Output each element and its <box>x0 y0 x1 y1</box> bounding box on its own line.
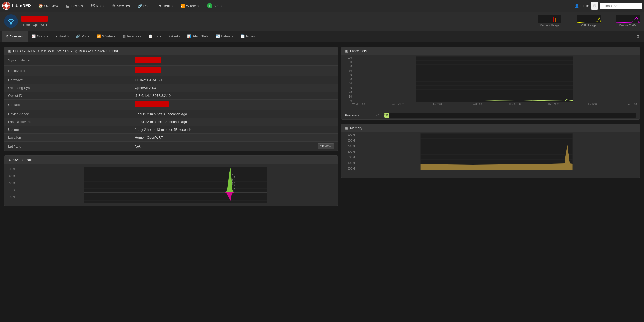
system-info-table: System Name Resolved IP Hardware GL.iNet… <box>4 55 338 151</box>
y-label: -10 M <box>5 196 15 199</box>
overall-traffic-card: ▲ Overall Traffic 30 M 20 M 10 M 0 -10 M <box>4 155 338 206</box>
top-navigation: LibreNMS 🏠 Overview ▦ Devices 🗺 Maps ⚙ S… <box>0 0 644 12</box>
memory-card: ▦ Memory 900 M 800 M 700 M 600 M 500 M 4… <box>341 124 640 178</box>
tab-graphs[interactable]: 📈 Graphs <box>28 31 52 42</box>
field-label: System Name <box>4 55 131 66</box>
tab-inventory[interactable]: ▦ Inventory <box>119 31 145 42</box>
nav-item-ports[interactable]: 🔗 Ports <box>134 0 155 12</box>
map-icon: 🗺 <box>320 144 324 148</box>
tab-logs[interactable]: 📋 Logs <box>145 31 165 42</box>
memory-chart-area: 900 M 800 M 700 M 600 M 500 M 400 M 300 … <box>341 132 640 178</box>
svg-text:NETWORK: NETWORK <box>231 174 234 185</box>
cpu-sparkline <box>577 15 601 23</box>
y-label: 10 M <box>5 182 15 185</box>
tab-ports[interactable]: 🔗 Ports <box>72 31 93 42</box>
tab-alert-stats[interactable]: 📊 Alert Stats <box>184 31 212 42</box>
main-content: ▣ Linux GL-MT6000 6.6.36 #0 SMP Thu Aug … <box>0 42 644 322</box>
processor-bar-fill: 2% <box>384 113 389 118</box>
field-label: Resolved IP <box>4 66 131 76</box>
nav-item-devices[interactable]: ▦ Devices <box>63 0 87 12</box>
admin-menu[interactable]: 👤 admin <box>575 4 589 8</box>
logo-link[interactable]: LibreNMS <box>2 2 32 10</box>
logo-text: LibreNMS <box>12 3 32 8</box>
device-name-badge <box>21 16 48 22</box>
field-label: Contact <box>4 100 131 110</box>
field-value: GL.iNet GL-MT6000 <box>131 76 338 84</box>
monitor-icon: ▣ <box>8 49 11 53</box>
field-label: Last Discovered <box>4 118 131 126</box>
table-row: Operating System OpenWrt 24.0 <box>4 84 338 92</box>
user-icon: 👤 <box>575 4 579 8</box>
field-label: Operating System <box>4 84 131 92</box>
proc-y-labels: 100 90 80 70 60 50 40 30 20 10 0 <box>344 56 352 102</box>
memory-usage-mini-graph: Memory Usage <box>538 15 561 27</box>
inventory-tab-icon: ▦ <box>123 34 126 38</box>
svg-rect-10 <box>616 15 640 23</box>
field-label: Object ID <box>4 92 131 100</box>
view-map-button[interactable]: 🗺 View <box>318 143 334 149</box>
right-panel: ▣ Processors 100 90 80 70 60 50 40 30 20 <box>341 47 640 318</box>
nav-item-services[interactable]: ⚙ Services <box>108 0 134 12</box>
tab-health[interactable]: ♥ Health <box>52 31 72 42</box>
alerts-badge: 1 <box>207 3 212 8</box>
traffic-card-header: ▲ Overall Traffic <box>4 156 338 164</box>
device-subtitle: Home - OpenWRT <box>21 23 48 27</box>
proc-x-labels: Wed 18:00 Wed 21:00 Thu 00:00 Thu 03:00 … <box>352 102 637 106</box>
svg-rect-8 <box>555 18 556 22</box>
y-label: 20 M <box>5 175 15 178</box>
device-header-graphs: Memory Usage CPU Usage Device Traffic <box>538 15 640 27</box>
sub-nav-right: ⚙ <box>634 33 642 40</box>
logo-icon <box>2 2 10 10</box>
ports-tab-icon: 🔗 <box>76 34 80 38</box>
table-row: Object ID .1.3.6.1.4.1.8072.3.2.10 <box>4 92 338 100</box>
field-label: Device Added <box>4 110 131 118</box>
memory-card-header: ▦ Memory <box>341 124 640 132</box>
field-value: N/A 🗺 View <box>131 142 338 151</box>
table-row: System Name <box>4 55 338 66</box>
sub-nav-settings-button[interactable]: ⚙ <box>634 33 642 40</box>
table-row: Lat / Lng N/A 🗺 View <box>4 142 338 151</box>
nav-item-health[interactable]: ♥ Health <box>156 0 176 12</box>
svg-rect-23 <box>416 56 573 102</box>
processor-graph-container: 100 90 80 70 60 50 40 30 20 10 0 <box>344 56 637 109</box>
memory-graph-container: 900 M 800 M 700 M 600 M 500 M 400 M 300 … <box>344 133 637 175</box>
wireless-tab-icon: 📶 <box>97 34 101 38</box>
mem-y-labels: 900 M 800 M 700 M 600 M 500 M 400 M 300 … <box>344 133 355 170</box>
svg-point-5 <box>11 24 12 24</box>
system-info-card-header: ▣ Linux GL-MT6000 6.6.36 #0 SMP Thu Aug … <box>4 47 338 55</box>
nav-item-maps[interactable]: 🗺 Maps <box>87 0 108 12</box>
traffic-chart-svg: NETWORK TOTAL_TRAFFIC <box>15 167 336 203</box>
device-header: Home - OpenWRT Memory Usage CPU Usage De… <box>0 12 644 31</box>
memory-sparkline <box>538 15 561 23</box>
table-row: Uptime 1 day 2 hours 13 minutes 53 secon… <box>4 126 338 134</box>
traffic-sparkline <box>616 15 640 23</box>
tab-notes[interactable]: 📄 Notes <box>237 31 259 42</box>
system-info-card-body: System Name Resolved IP Hardware GL.iNet… <box>4 55 338 151</box>
svg-rect-6 <box>538 15 561 23</box>
table-row: Last Discovered 1 hour 32 minutes 10 sec… <box>4 118 338 126</box>
nav-item-alerts[interactable]: 1 Alerts <box>203 0 226 12</box>
svg-rect-7 <box>553 17 554 22</box>
overview-tab-icon: ⊙ <box>6 34 9 38</box>
cpu-icon: ▣ <box>345 49 348 53</box>
processor-chart-svg <box>352 56 637 102</box>
nav-item-overview[interactable]: 🏠 Overview <box>35 0 62 12</box>
left-panel: ▣ Linux GL-MT6000 6.6.36 #0 SMP Thu Aug … <box>4 47 341 318</box>
field-value: 1 hour 32 minutes 10 seconds ago <box>131 118 338 126</box>
global-search-input[interactable] <box>600 3 642 9</box>
traffic-chart-area: 30 M 20 M 10 M 0 -10 M <box>4 164 338 206</box>
tab-overview[interactable]: ⊙ Overview <box>2 31 28 42</box>
nav-right-controls: 👤 admin ⚙ <box>575 2 642 10</box>
svg-rect-11 <box>84 167 267 203</box>
devices-icon: ▦ <box>66 4 70 8</box>
notes-tab-icon: 📄 <box>241 34 245 38</box>
processors-chart-area: 100 90 80 70 60 50 40 30 20 10 0 <box>341 55 640 111</box>
settings-button[interactable]: ⚙ <box>591 2 598 10</box>
health-icon: ♥ <box>159 4 161 8</box>
nav-item-wireless[interactable]: 📶 Wireless <box>177 0 203 12</box>
tab-wireless[interactable]: 📶 Wireless <box>93 31 119 42</box>
processor-bar-track: 2% <box>384 113 636 118</box>
tab-alerts[interactable]: ℹ Alerts <box>165 31 184 42</box>
tab-latency[interactable]: 📉 Latency <box>212 31 237 42</box>
memory-icon: ▦ <box>345 126 348 130</box>
